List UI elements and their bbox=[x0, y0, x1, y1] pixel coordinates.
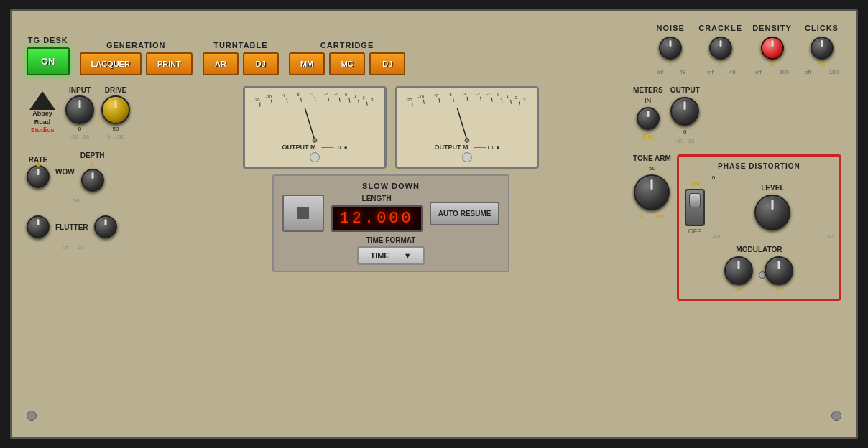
svg-text:0: 0 bbox=[345, 93, 348, 97]
crackle-knob[interactable] bbox=[709, 37, 732, 60]
svg-text:-20: -20 bbox=[254, 98, 260, 102]
stop-icon bbox=[297, 207, 309, 219]
svg-line-37 bbox=[453, 98, 453, 102]
svg-line-36 bbox=[438, 98, 439, 103]
meters-out-label: Out bbox=[643, 133, 654, 140]
pd-mod-right-knob[interactable] bbox=[765, 256, 793, 285]
rate-knob[interactable] bbox=[27, 165, 50, 188]
crackle-label: CRACKLE bbox=[698, 24, 742, 32]
flutter-depth-knob[interactable] bbox=[94, 215, 117, 238]
svg-line-40 bbox=[491, 98, 492, 102]
svg-text:0: 0 bbox=[497, 93, 500, 97]
dj-cart-button[interactable]: DJ bbox=[369, 52, 405, 75]
pd-off-label: OFF bbox=[688, 228, 701, 235]
lacquer-button[interactable]: LACQUER bbox=[80, 52, 142, 75]
flutter-range: off 50 bbox=[63, 244, 149, 251]
tone-arm-knob[interactable] bbox=[634, 174, 670, 210]
pd-level-section: 0 LEVEL -48 48 bbox=[712, 174, 834, 240]
input-knob[interactable] bbox=[65, 95, 94, 124]
clicks-label: CLICKS bbox=[805, 24, 839, 32]
vu-right-label: OUTPUT M bbox=[434, 144, 468, 151]
crackle-range: -inf 48 bbox=[703, 69, 739, 75]
drive-knob[interactable] bbox=[101, 95, 130, 124]
clicks-value: 50 bbox=[818, 61, 825, 67]
slowdown-section: SLOW DOWN LENGTH 12.000 AUTO bbox=[272, 174, 510, 272]
dj-button[interactable]: DJ bbox=[243, 52, 279, 75]
vu-meter-left: -20 -10 -7 -5 -3 -2 -1 0 1 2 3 bbox=[243, 86, 387, 169]
flutter-label: FLUTTER bbox=[55, 223, 88, 231]
phase-dist-toggle[interactable] bbox=[685, 189, 705, 226]
svg-line-38 bbox=[467, 97, 468, 101]
svg-line-44 bbox=[457, 108, 467, 140]
flutter-max: 50 bbox=[78, 244, 84, 251]
pd-level-top-range: 0 bbox=[712, 174, 834, 181]
clicks-knob[interactable] bbox=[811, 37, 834, 60]
svg-line-43 bbox=[519, 102, 520, 106]
vu-right-bottom: OUTPUT M ─── CL ● bbox=[402, 144, 532, 151]
svg-text:-3: -3 bbox=[310, 93, 313, 96]
svg-text:2: 2 bbox=[362, 95, 364, 100]
right-panel: METERS IN Out OUTPUT 0 -18 18 bbox=[633, 86, 841, 405]
output-min: -18 bbox=[675, 138, 684, 144]
svg-line-16 bbox=[328, 97, 328, 101]
slowdown-stop-button[interactable] bbox=[282, 195, 324, 232]
svg-line-21 bbox=[305, 108, 315, 140]
noise-label: NOISE bbox=[657, 24, 685, 32]
toggle-lever-icon bbox=[689, 193, 701, 207]
svg-line-35 bbox=[423, 100, 424, 104]
pd-level-label: LEVEL bbox=[761, 184, 784, 192]
slowdown-row: SLOW DOWN LENGTH 12.000 AUTO bbox=[154, 174, 627, 272]
rate-section: RATE bbox=[27, 156, 50, 188]
vu-left-reset[interactable] bbox=[310, 152, 320, 162]
crackle-section: CRACKLE 0 -inf 48 bbox=[698, 24, 742, 75]
time-format-selector[interactable]: TIME ▼ bbox=[357, 246, 424, 265]
on-button[interactable]: ON bbox=[27, 47, 70, 75]
cartridge-buttons: MM MC DJ bbox=[289, 52, 405, 75]
wow-depth-knob[interactable] bbox=[81, 169, 104, 192]
density-value: 50 bbox=[769, 61, 775, 67]
pd-level-knob[interactable] bbox=[754, 195, 790, 230]
tone-arm-min: 0 bbox=[640, 213, 642, 220]
mm-button[interactable]: MM bbox=[289, 52, 325, 75]
svg-text:-7: -7 bbox=[282, 93, 285, 98]
bottom-bar bbox=[19, 411, 849, 424]
meters-in-knob[interactable] bbox=[637, 107, 660, 130]
density-max: 100 bbox=[780, 69, 789, 75]
plugin-body: TG DESK ON GENERATION LACQUER PRINT TURN… bbox=[10, 9, 858, 439]
output-knob[interactable] bbox=[670, 97, 699, 126]
phase-distortion-box: PHASE DISTORTION ON OFF bbox=[677, 154, 841, 301]
vu-meter-right: -20 -10 -7 -5 -3 -2 -1 0 1 2 3 bbox=[395, 86, 539, 169]
svg-line-17 bbox=[339, 98, 340, 102]
print-button[interactable]: PRINT bbox=[146, 52, 193, 75]
tg-desk-label: TG DESK bbox=[28, 36, 68, 45]
svg-line-41 bbox=[501, 98, 502, 103]
wow-range: - 50 bbox=[63, 197, 149, 204]
input-max: 18 bbox=[83, 134, 89, 140]
svg-line-13 bbox=[286, 98, 287, 103]
svg-line-20 bbox=[366, 102, 367, 106]
mc-button[interactable]: MC bbox=[329, 52, 365, 75]
svg-text:-7: -7 bbox=[434, 93, 438, 98]
ar-button[interactable]: AR bbox=[203, 52, 239, 75]
pd-mod-left-knob[interactable] bbox=[724, 256, 753, 285]
svg-point-45 bbox=[465, 139, 469, 143]
output-label: OUTPUT bbox=[670, 86, 700, 94]
flutter-rate-knob[interactable] bbox=[27, 215, 50, 238]
input-label: INPUT bbox=[69, 86, 91, 94]
density-knob[interactable] bbox=[761, 37, 784, 60]
clicks-section: CLICKS 50 off 100 bbox=[802, 24, 841, 75]
noise-min: -inf bbox=[655, 69, 663, 75]
svg-text:-3: -3 bbox=[462, 93, 466, 96]
svg-text:3: 3 bbox=[523, 98, 525, 102]
svg-point-22 bbox=[313, 139, 317, 143]
input-value: 0 bbox=[78, 126, 81, 132]
auto-resume-button[interactable]: AUTO RESUME bbox=[430, 202, 500, 225]
input-range: -18 18 bbox=[70, 134, 89, 140]
auto-resume-section: AUTO RESUME bbox=[430, 202, 500, 225]
tone-arm-range: 0 100 bbox=[640, 213, 664, 220]
vu-right-reset[interactable] bbox=[462, 152, 472, 162]
noise-knob[interactable] bbox=[659, 37, 682, 60]
svg-text:-5: -5 bbox=[448, 93, 452, 97]
turntable-buttons: AR DJ bbox=[203, 52, 279, 75]
svg-line-42 bbox=[510, 100, 511, 104]
